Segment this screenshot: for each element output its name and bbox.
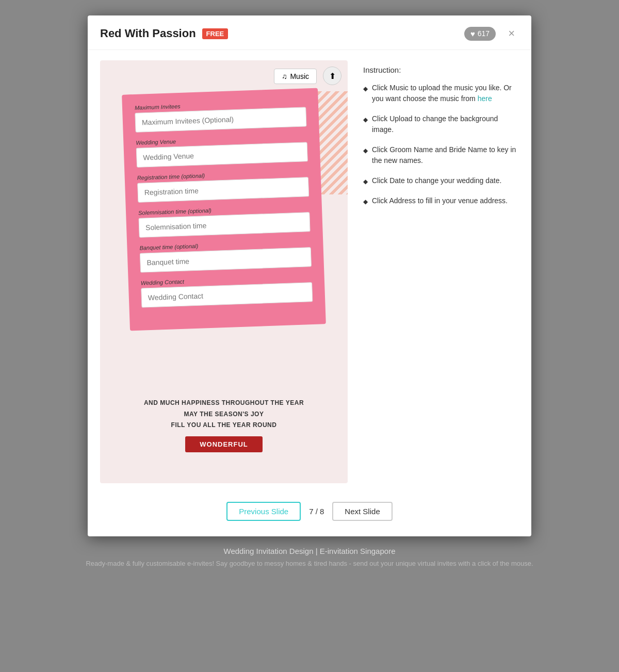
music-label: Music [290, 72, 309, 80]
instruction-title: Instruction: [363, 65, 519, 74]
heart-icon: ♥ [470, 29, 475, 38]
modal-footer: Previous Slide 7 / 8 Next Slide [88, 494, 531, 521]
form-field: Wedding Venue [136, 134, 308, 168]
modal-body: ♫ Music ⬆ Maximum InviteesWedding VenueR… [88, 50, 531, 494]
slide-separator: / [316, 507, 320, 516]
instruction-text: Click Groom Name and Bride Name to key i… [372, 144, 519, 166]
page-footer: Wedding Invitation Design | E-invitation… [0, 536, 619, 572]
form-field: Maximum Invitees [135, 99, 307, 133]
form-field: Registration time (optional) [137, 169, 310, 203]
field-input[interactable] [136, 142, 308, 168]
upload-icon: ⬆ [329, 71, 336, 81]
close-button[interactable]: × [504, 25, 519, 42]
title-area: Red With Passion FREE [100, 27, 228, 40]
instruction-link[interactable]: here [478, 94, 492, 103]
modal: Red With Passion FREE ♥ 617 × ♫ Music ⬆ [88, 15, 531, 536]
instruction-item: ◆Click Music to upload the music you lik… [363, 83, 519, 104]
footer-title: Wedding Invitation Design | E-invitation… [5, 547, 614, 555]
diamond-icon: ◆ [363, 84, 368, 93]
verse-line2: MAY THE SEASON'S JOY [100, 409, 348, 420]
diamond-icon: ◆ [363, 115, 368, 124]
upload-button[interactable]: ⬆ [323, 67, 341, 85]
field-input[interactable] [140, 247, 312, 273]
form-field: Wedding Contact [141, 274, 313, 308]
form-field: Solemnisation time (optional) [138, 204, 311, 238]
music-button[interactable]: ♫ Music [274, 69, 317, 84]
form-field: Banquet time (optional) [139, 239, 312, 273]
slide-info: 7 / 8 [306, 507, 327, 516]
modal-header: Red With Passion FREE ♥ 617 × [88, 15, 531, 50]
instruction-item: ◆Click Upload to change the background i… [363, 113, 519, 135]
bottom-text-area: AND MUCH HAPPINESS THROUGHOUT THE YEAR M… [100, 398, 348, 452]
instruction-text: Click Music to upload the music you like… [372, 83, 519, 104]
diamond-icon: ◆ [363, 197, 368, 206]
likes-count: 617 [478, 29, 490, 38]
verse-line3: FILL YOU ALL THE YEAR ROUND [100, 420, 348, 431]
diamond-icon: ◆ [363, 146, 368, 155]
next-slide-button[interactable]: Next Slide [332, 502, 392, 521]
total-slides: 8 [320, 507, 324, 516]
instruction-text: Click Upload to change the background im… [372, 113, 519, 135]
previous-slide-button[interactable]: Previous Slide [226, 502, 301, 521]
field-input[interactable] [141, 282, 313, 308]
instruction-text: Click Address to fill in your venue addr… [372, 195, 508, 206]
pink-form-card: Maximum InviteesWedding VenueRegistratio… [122, 88, 326, 331]
footer-subtitle: Ready-made & fully customisable e-invite… [77, 560, 542, 567]
preview-card: ♫ Music ⬆ Maximum InviteesWedding VenueR… [100, 60, 348, 483]
instruction-item: ◆Click Date to change your wedding date. [363, 175, 519, 186]
instruction-text: Click Date to change your wedding date. [372, 175, 501, 186]
likes-badge: ♥ 617 [464, 27, 496, 41]
verse-line1: AND MUCH HAPPINESS THROUGHOUT THE YEAR [100, 398, 348, 409]
modal-title: Red With Passion [100, 27, 196, 40]
free-badge: FREE [202, 28, 229, 39]
instruction-item: ◆Click Groom Name and Bride Name to key … [363, 144, 519, 166]
field-input[interactable] [135, 107, 306, 133]
instruction-item: ◆Click Address to fill in your venue add… [363, 195, 519, 206]
field-input[interactable] [137, 177, 309, 203]
wonderful-button[interactable]: WONDERFUL [185, 436, 263, 452]
field-input[interactable] [138, 212, 310, 238]
diamond-icon: ◆ [363, 177, 368, 186]
instructions-panel: Instruction: ◆Click Music to upload the … [363, 60, 519, 483]
music-icon: ♫ [282, 72, 287, 80]
current-slide: 7 [309, 507, 313, 516]
